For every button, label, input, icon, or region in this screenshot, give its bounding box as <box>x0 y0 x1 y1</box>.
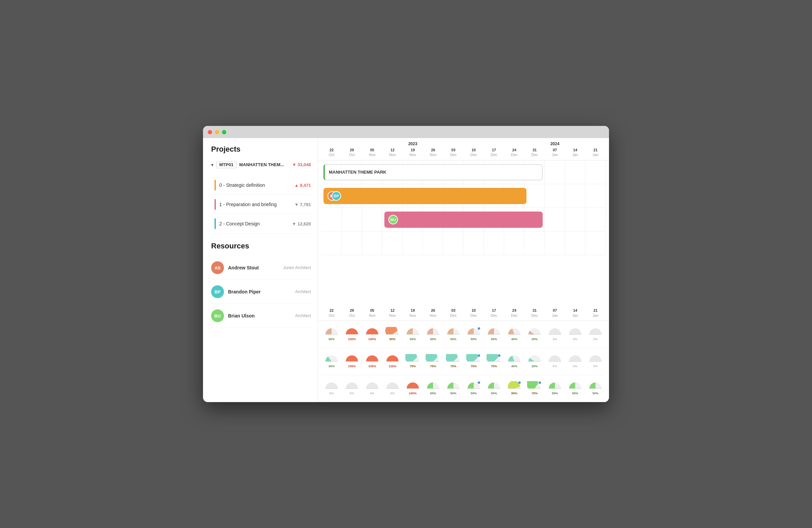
date-col-11: 07Jan <box>545 147 565 157</box>
cap-label-BU-5: 50% <box>426 391 440 395</box>
capacity-cell-AS-0: 50% <box>321 327 342 342</box>
date-mon-7: Dec <box>464 152 484 157</box>
date-num-8: 17 <box>484 147 504 152</box>
cap-label-BP-8: 75% <box>487 365 502 368</box>
date-col-7: 10Dec <box>464 147 484 157</box>
date-num-9: 24 <box>504 147 524 152</box>
cap-circle-BP-4: 75% <box>405 354 420 369</box>
capacity-cell-AS-5: 50% <box>423 327 443 342</box>
cap-label-AS-11: 0% <box>548 338 562 341</box>
cap-label-BP-5: 75% <box>426 365 440 368</box>
avatar-BU: BU <box>211 309 224 322</box>
resources-title: Resources <box>211 242 311 251</box>
cap-circle-AS-7: 50% <box>466 327 481 342</box>
grid-col-7 <box>464 231 484 255</box>
date-num-3: 12 <box>382 147 403 152</box>
minimize-button[interactable] <box>215 130 219 134</box>
date-num-1: 29 <box>342 147 362 152</box>
cap-circle-AS-2: 100% <box>365 327 380 342</box>
cap-label-BP-3: 125% <box>385 365 400 368</box>
date-col-2: 05Nov <box>362 308 382 318</box>
app-window: Projects ▾ MTP01 MANHATTEN THEM... ▼ 33,… <box>203 126 609 402</box>
date-num-4: 19 <box>403 308 423 313</box>
cap-circle-BU-2: 0% <box>365 381 380 396</box>
cap-label-AS-3: 80% <box>385 338 400 341</box>
capacity-cell-BU-4: 100% <box>403 381 423 396</box>
cap-label-BU-8: 50% <box>487 391 502 395</box>
close-button[interactable] <box>208 130 212 134</box>
capacity-cell-AS-9: 40% <box>504 327 524 342</box>
capacity-cell-BU-1: 0% <box>342 381 362 396</box>
cap-label-BU-9: 90% <box>507 391 522 395</box>
timeline-header-bottom: 22Oct29Oct05Nov12Nov19Nov26Nov03Dec10Dec… <box>318 304 609 321</box>
date-col-11: 07Jan <box>545 308 565 318</box>
capacity-cell-AS-10: 20% <box>524 327 545 342</box>
date-mon-9: Dec <box>504 313 524 318</box>
capacity-cell-BP-8: 75% <box>484 354 504 369</box>
projects-title: Projects <box>211 145 311 154</box>
phase-concept: 2 - Concept Design ▼ 12,620 <box>211 214 311 233</box>
date-mon-13: Jan <box>585 152 606 157</box>
date-mon-5: Nov <box>423 152 443 157</box>
capacity-cell-AS-11: 0% <box>545 327 565 342</box>
capacity-cell-AS-3: 80% <box>382 327 403 342</box>
resource-item-BP: BP Brandon Piper Architect <box>211 280 311 304</box>
date-col-9: 24Dec <box>504 308 524 318</box>
resource-name-AS: Andrew Stout <box>228 265 259 270</box>
cap-circle-BP-6: 75% <box>446 354 461 369</box>
date-mon-6: Dec <box>443 152 464 157</box>
cap-circle-BU-9: 90% <box>507 381 522 396</box>
capacity-cell-AS-2: 100% <box>362 327 382 342</box>
phase-color-concept <box>215 218 216 229</box>
date-mon-8: Dec <box>484 152 504 157</box>
capacity-cell-AS-12: 0% <box>565 327 585 342</box>
cap-circle-AS-10: 20% <box>527 327 542 342</box>
date-col-8: 17Dec <box>484 308 504 318</box>
cap-label-AS-8: 50% <box>487 338 502 341</box>
capacity-cell-BP-12: 0% <box>565 354 585 369</box>
date-mon-4: Nov <box>403 313 423 318</box>
capacity-cell-AS-8: 50% <box>484 327 504 342</box>
gantt-bar-briefing[interactable]: BU <box>385 212 543 228</box>
date-mon-3: Nov <box>382 152 403 157</box>
project-header: ▾ MTP01 MANHATTEN THEM... ▼ 33,048 <box>211 159 311 170</box>
grid-col-1 <box>342 231 362 255</box>
cap-circle-BP-11: 0% <box>548 354 562 369</box>
capacity-cell-AS-7: 50% <box>464 327 484 342</box>
date-col-13: 21Jan <box>585 147 606 157</box>
cap-circle-BP-7: 75% <box>466 354 481 369</box>
date-mon-12: Jan <box>565 152 585 157</box>
avatar-BU-bar: BU <box>388 215 398 224</box>
grid-col-12 <box>565 208 585 231</box>
date-num-13: 21 <box>585 147 606 152</box>
cap-label-BU-3: 0% <box>385 391 400 395</box>
capacity-cell-AS-1: 100% <box>342 327 362 342</box>
grid-col-9 <box>504 231 524 255</box>
date-num-2: 05 <box>362 147 382 152</box>
cap-circle-AS-8: 50% <box>487 327 502 342</box>
chevron-icon[interactable]: ▾ <box>211 162 214 168</box>
cap-circle-BU-10: 70% <box>527 381 542 396</box>
capacity-cell-BP-7: 75% <box>464 354 484 369</box>
avatar-stack-strategic: AS BP <box>328 191 338 201</box>
capacity-cell-BP-6: 75% <box>443 354 464 369</box>
date-mon-13: Jan <box>585 313 606 318</box>
cap-circle-BU-7: 50% <box>466 381 481 396</box>
resource-role-BP: Architect <box>295 289 311 294</box>
phase-budget-briefing: ▼ 7,791 <box>294 202 311 207</box>
date-col-5: 26Nov <box>423 308 443 318</box>
maximize-button[interactable] <box>222 130 226 134</box>
cap-label-BU-12: 50% <box>568 391 583 395</box>
capacity-cell-BP-9: 40% <box>504 354 524 369</box>
phase-list: 0 - Strategic definition ▲ 8,471 1 - Pre… <box>211 176 311 233</box>
right-panel: 20232024 22Oct29Oct05Nov12Nov19Nov26Nov0… <box>318 138 609 402</box>
date-col-2: 05Nov <box>362 147 382 157</box>
cap-label-BU-2: 0% <box>365 391 380 395</box>
date-mon-12: Jan <box>565 313 585 318</box>
gantt-bar-project[interactable]: MANHATTEN THEME PARK <box>323 164 543 181</box>
cap-circle-AS-13: 0% <box>588 327 603 342</box>
gantt-bar-strategic[interactable]: AS BP <box>323 188 526 204</box>
date-col-3: 12Nov <box>382 147 403 157</box>
date-num-10: 31 <box>524 147 545 152</box>
date-col-3: 12Nov <box>382 308 403 318</box>
